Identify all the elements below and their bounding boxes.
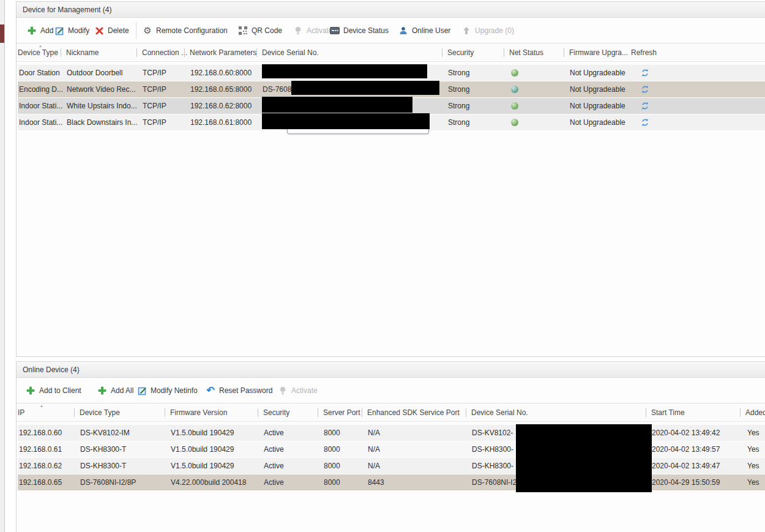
activate-bulb-icon [278, 386, 288, 395]
cell-connection: TCP/IP [143, 118, 166, 127]
cell-network: 192.168.0.61:8000 [190, 118, 252, 127]
device-management-toolbar: Add Modify Delete ⚙ Remote Configuration [17, 18, 765, 43]
modify-button[interactable]: Modify [54, 18, 89, 43]
modify-netinfo-label: Modify Netinfo [151, 386, 198, 395]
column-connection[interactable]: Connection ... [136, 48, 187, 57]
column-server-port[interactable]: Server Port [318, 408, 360, 417]
table-row[interactable]: 192.168.0.62 DS-KH8300-T V1.5.0build 190… [18, 458, 765, 474]
activate-button[interactable]: Activate [293, 18, 333, 43]
qr-code-label: QR Code [252, 26, 282, 35]
add-icon [97, 386, 107, 395]
device-management-title: Device for Management (4) [17, 2, 765, 18]
cell-serial: DS-KH8300- [472, 462, 513, 470]
refresh-icon[interactable] [641, 102, 649, 110]
left-rail-accent-block [0, 24, 4, 43]
column-device-serial[interactable]: Device Serial No. [256, 48, 319, 57]
cell-security: Active [264, 462, 284, 470]
cell-security: Strong [448, 85, 469, 94]
modify-icon [137, 386, 147, 395]
qr-code-button[interactable]: QR Code [238, 18, 282, 43]
refresh-icon[interactable] [641, 85, 649, 94]
add-to-client-label: Add to Client [39, 386, 81, 395]
column-device-serial[interactable]: Device Serial No. [466, 408, 528, 417]
activate-label: Activate [307, 26, 333, 35]
cell-firmware: Not Upgradeable [570, 85, 625, 94]
cell-security: Active [264, 429, 284, 437]
column-added[interactable]: Added [740, 408, 765, 417]
column-firmware-version[interactable]: Firmware Version [165, 408, 227, 417]
cell-firmware-version: V1.5.0build 190429 [171, 429, 234, 437]
cell-firmware-version: V1.5.0build 190429 [171, 445, 234, 454]
cell-ip: 192.168.0.65 [19, 478, 62, 487]
online-user-icon [398, 26, 408, 36]
cell-nickname: Outdoor Doorbell [67, 69, 122, 77]
table-row[interactable]: 192.168.0.60 DS-KV8102-IM V1.5.0build 19… [18, 425, 765, 441]
column-network-parameters[interactable]: Network Parameters [184, 48, 256, 57]
cell-firmware: Not Upgradeable [570, 118, 625, 127]
upgrade-button[interactable]: Upgrade (0) [461, 18, 514, 43]
cell-firmware: Not Upgradeable [570, 69, 625, 77]
add-all-button[interactable]: Add All [97, 378, 133, 403]
upgrade-label: Upgrade (0) [475, 26, 514, 35]
table-row-selected[interactable]: 192.168.0.65 DS-7608NI-I2/8P V4.22.000bu… [18, 474, 765, 490]
column-start-time[interactable]: Start Time [646, 408, 685, 417]
cell-nickname: White Upstairs Indo... [67, 102, 137, 110]
cell-serial: DS-7608NI-I2/8 [472, 478, 523, 487]
column-ip[interactable]: IP [18, 408, 24, 417]
remote-configuration-button[interactable]: ⚙ Remote Configuration [143, 18, 228, 43]
cell-sdk-port: N/A [368, 462, 380, 470]
upgrade-arrow-icon [461, 26, 471, 36]
reset-password-button[interactable]: ↶ Reset Password [206, 378, 272, 403]
activate-button[interactable]: Activate [278, 378, 318, 403]
column-sdk-port[interactable]: Enhanced SDK Service Port [362, 408, 460, 417]
cell-sdk-port: N/A [368, 445, 380, 454]
column-device-type[interactable]: Device Type [18, 48, 58, 57]
column-security[interactable]: Security [258, 408, 289, 417]
column-security[interactable]: Security [442, 48, 474, 57]
device-status-icon [330, 26, 340, 36]
cell-device-type: Indoor Stati... [19, 102, 62, 110]
refresh-icon[interactable] [641, 69, 649, 77]
app-window: Device for Management (4) Add Modify Del… [0, 0, 765, 532]
activate-bulb-icon [293, 26, 303, 36]
remote-configuration-label: Remote Configuration [156, 26, 228, 35]
device-status-button[interactable]: Device Status [330, 18, 389, 43]
delete-button[interactable]: Delete [94, 18, 129, 43]
modify-icon [54, 26, 64, 36]
cell-added: Yes [747, 429, 759, 437]
table-row[interactable]: 192.168.0.61 DS-KH8300-T V1.5.0build 190… [18, 441, 765, 457]
cell-added: Yes [747, 462, 759, 470]
cell-device-type: DS-KH8300-T [80, 445, 126, 454]
cell-ip: 192.168.0.61 [19, 445, 62, 454]
column-device-type[interactable]: Device Type [74, 408, 120, 417]
redaction-box [262, 113, 430, 129]
add-icon [27, 26, 37, 36]
refresh-icon[interactable] [641, 118, 649, 127]
cell-connection: TCP/IP [143, 85, 166, 94]
online-device-panel: Online Device (4) Add to Client Add All … [16, 361, 765, 532]
reset-password-label: Reset Password [219, 386, 272, 395]
modify-netinfo-button[interactable]: Modify Netinfo [137, 378, 198, 403]
online-device-toolbar: Add to Client Add All Modify Netinfo ↶ R… [17, 378, 765, 403]
toolbar-separator [136, 22, 136, 39]
sort-indicator: ▲ [40, 404, 43, 408]
cell-added: Yes [747, 478, 759, 487]
activate-label: Activate [291, 386, 318, 395]
column-nickname[interactable]: Nickname [61, 48, 99, 57]
online-user-button[interactable]: Online User [398, 18, 450, 43]
add-button[interactable]: Add [27, 18, 53, 43]
column-firmware-upgrade[interactable]: Firmware Upgra... [564, 48, 628, 57]
cell-ip: 192.168.0.62 [19, 462, 62, 470]
cell-nickname: Network Video Rec... [67, 85, 136, 94]
add-to-client-button[interactable]: Add to Client [26, 378, 81, 403]
online-device-title: Online Device (4) [17, 362, 765, 378]
cell-serial: DS-KH8300- [472, 445, 513, 454]
cell-device-type: Door Station [19, 69, 60, 77]
cell-device-type: Indoor Stati... [19, 118, 62, 127]
net-status-globe-icon [511, 119, 518, 126]
column-net-status[interactable]: Net Status [504, 48, 543, 57]
column-refresh[interactable]: Refresh [631, 48, 657, 57]
management-table-header: ▲ Device Type Nickname Connection ... Ne… [17, 43, 765, 62]
cell-security: Active [264, 445, 284, 454]
cell-sdk-port: 8443 [368, 478, 384, 487]
